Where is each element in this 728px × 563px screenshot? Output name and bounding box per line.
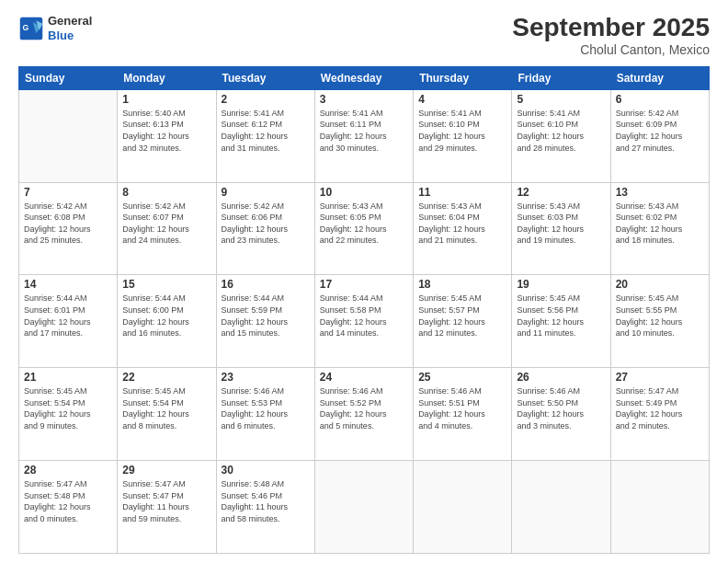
day-number: 24 bbox=[320, 371, 408, 384]
day-info: Sunrise: 5:41 AM Sunset: 6:10 PM Dayligh… bbox=[418, 108, 506, 154]
calendar-week-row: 1Sunrise: 5:40 AM Sunset: 6:13 PM Daylig… bbox=[19, 89, 710, 182]
day-number: 14 bbox=[24, 278, 112, 291]
day-info: Sunrise: 5:44 AM Sunset: 6:01 PM Dayligh… bbox=[24, 293, 112, 339]
table-row: 14Sunrise: 5:44 AM Sunset: 6:01 PM Dayli… bbox=[19, 275, 118, 368]
table-row: 24Sunrise: 5:46 AM Sunset: 5:52 PM Dayli… bbox=[314, 368, 413, 461]
day-info: Sunrise: 5:44 AM Sunset: 5:58 PM Dayligh… bbox=[320, 293, 408, 339]
day-number: 29 bbox=[122, 464, 210, 477]
month-title: September 2025 bbox=[512, 14, 710, 42]
table-row: 6Sunrise: 5:42 AM Sunset: 6:09 PM Daylig… bbox=[610, 89, 709, 182]
col-tuesday: Tuesday bbox=[216, 66, 314, 89]
table-row: 2Sunrise: 5:41 AM Sunset: 6:12 PM Daylig… bbox=[216, 89, 314, 182]
table-row: 12Sunrise: 5:43 AM Sunset: 6:03 PM Dayli… bbox=[512, 182, 610, 275]
day-info: Sunrise: 5:47 AM Sunset: 5:49 PM Dayligh… bbox=[616, 385, 704, 431]
location-subtitle: Cholul Canton, Mexico bbox=[512, 42, 710, 57]
day-number: 21 bbox=[24, 371, 112, 384]
day-info: Sunrise: 5:45 AM Sunset: 5:54 PM Dayligh… bbox=[24, 385, 112, 431]
day-number: 28 bbox=[24, 464, 112, 477]
table-row: 25Sunrise: 5:46 AM Sunset: 5:51 PM Dayli… bbox=[414, 368, 512, 461]
table-row: 11Sunrise: 5:43 AM Sunset: 6:04 PM Dayli… bbox=[414, 182, 512, 275]
table-row: 28Sunrise: 5:47 AM Sunset: 5:48 PM Dayli… bbox=[19, 461, 118, 554]
table-row: 27Sunrise: 5:47 AM Sunset: 5:49 PM Dayli… bbox=[610, 368, 709, 461]
day-info: Sunrise: 5:45 AM Sunset: 5:55 PM Dayligh… bbox=[616, 293, 704, 339]
day-number: 15 bbox=[122, 278, 210, 291]
day-info: Sunrise: 5:42 AM Sunset: 6:08 PM Dayligh… bbox=[24, 201, 112, 247]
day-number: 8 bbox=[122, 186, 210, 199]
col-saturday: Saturday bbox=[610, 66, 709, 89]
day-number: 27 bbox=[616, 371, 704, 384]
table-row: 16Sunrise: 5:44 AM Sunset: 5:59 PM Dayli… bbox=[216, 275, 314, 368]
day-info: Sunrise: 5:45 AM Sunset: 5:54 PM Dayligh… bbox=[122, 385, 210, 431]
table-row: 13Sunrise: 5:43 AM Sunset: 6:02 PM Dayli… bbox=[610, 182, 709, 275]
day-info: Sunrise: 5:46 AM Sunset: 5:53 PM Dayligh… bbox=[222, 385, 310, 431]
day-info: Sunrise: 5:41 AM Sunset: 6:11 PM Dayligh… bbox=[320, 108, 408, 154]
calendar-week-row: 14Sunrise: 5:44 AM Sunset: 6:01 PM Dayli… bbox=[19, 275, 710, 368]
svg-text:G: G bbox=[22, 22, 28, 31]
day-number: 26 bbox=[517, 371, 605, 384]
page-header: G General Blue September 2025 Cholul Can… bbox=[18, 14, 710, 57]
table-row bbox=[610, 461, 709, 554]
calendar-table: Sunday Monday Tuesday Wednesday Thursday… bbox=[18, 66, 710, 554]
day-number: 22 bbox=[122, 371, 210, 384]
table-row: 18Sunrise: 5:45 AM Sunset: 5:57 PM Dayli… bbox=[414, 275, 512, 368]
day-info: Sunrise: 5:42 AM Sunset: 6:09 PM Dayligh… bbox=[616, 108, 704, 154]
table-row: 7Sunrise: 5:42 AM Sunset: 6:08 PM Daylig… bbox=[19, 182, 118, 275]
day-info: Sunrise: 5:47 AM Sunset: 5:47 PM Dayligh… bbox=[122, 478, 210, 524]
logo-icon: G bbox=[18, 16, 44, 41]
table-row: 29Sunrise: 5:47 AM Sunset: 5:47 PM Dayli… bbox=[118, 461, 216, 554]
title-block: September 2025 Cholul Canton, Mexico bbox=[512, 14, 710, 57]
col-sunday: Sunday bbox=[19, 66, 118, 89]
day-number: 25 bbox=[418, 371, 506, 384]
logo-text-blue: Blue bbox=[48, 29, 92, 43]
day-number: 23 bbox=[222, 371, 310, 384]
day-number: 11 bbox=[418, 186, 506, 199]
col-thursday: Thursday bbox=[414, 66, 512, 89]
calendar-week-row: 28Sunrise: 5:47 AM Sunset: 5:48 PM Dayli… bbox=[19, 461, 710, 554]
day-number: 16 bbox=[222, 278, 310, 291]
day-number: 6 bbox=[616, 93, 704, 106]
day-number: 19 bbox=[517, 278, 605, 291]
day-info: Sunrise: 5:46 AM Sunset: 5:51 PM Dayligh… bbox=[418, 385, 506, 431]
day-info: Sunrise: 5:43 AM Sunset: 6:02 PM Dayligh… bbox=[616, 201, 704, 247]
table-row bbox=[414, 461, 512, 554]
day-number: 3 bbox=[320, 93, 408, 106]
table-row: 4Sunrise: 5:41 AM Sunset: 6:10 PM Daylig… bbox=[414, 89, 512, 182]
table-row: 30Sunrise: 5:48 AM Sunset: 5:46 PM Dayli… bbox=[216, 461, 314, 554]
logo-text-general: General bbox=[48, 14, 92, 29]
table-row: 3Sunrise: 5:41 AM Sunset: 6:11 PM Daylig… bbox=[314, 89, 413, 182]
day-info: Sunrise: 5:42 AM Sunset: 6:06 PM Dayligh… bbox=[222, 201, 310, 247]
day-info: Sunrise: 5:47 AM Sunset: 5:48 PM Dayligh… bbox=[24, 478, 112, 524]
day-info: Sunrise: 5:41 AM Sunset: 6:10 PM Dayligh… bbox=[517, 108, 605, 154]
table-row: 5Sunrise: 5:41 AM Sunset: 6:10 PM Daylig… bbox=[512, 89, 610, 182]
day-info: Sunrise: 5:46 AM Sunset: 5:50 PM Dayligh… bbox=[517, 385, 605, 431]
day-number: 20 bbox=[616, 278, 704, 291]
table-row bbox=[512, 461, 610, 554]
day-number: 9 bbox=[222, 186, 310, 199]
day-info: Sunrise: 5:40 AM Sunset: 6:13 PM Dayligh… bbox=[122, 108, 210, 154]
table-row: 15Sunrise: 5:44 AM Sunset: 6:00 PM Dayli… bbox=[118, 275, 216, 368]
day-number: 5 bbox=[517, 93, 605, 106]
table-row bbox=[19, 89, 118, 182]
table-row: 10Sunrise: 5:43 AM Sunset: 6:05 PM Dayli… bbox=[314, 182, 413, 275]
calendar-week-row: 7Sunrise: 5:42 AM Sunset: 6:08 PM Daylig… bbox=[19, 182, 710, 275]
day-info: Sunrise: 5:42 AM Sunset: 6:07 PM Dayligh… bbox=[122, 201, 210, 247]
day-number: 4 bbox=[418, 93, 506, 106]
calendar-header-row: Sunday Monday Tuesday Wednesday Thursday… bbox=[19, 66, 710, 89]
col-wednesday: Wednesday bbox=[314, 66, 413, 89]
table-row: 23Sunrise: 5:46 AM Sunset: 5:53 PM Dayli… bbox=[216, 368, 314, 461]
day-number: 1 bbox=[122, 93, 210, 106]
table-row: 22Sunrise: 5:45 AM Sunset: 5:54 PM Dayli… bbox=[118, 368, 216, 461]
day-number: 13 bbox=[616, 186, 704, 199]
day-info: Sunrise: 5:41 AM Sunset: 6:12 PM Dayligh… bbox=[222, 108, 310, 154]
day-info: Sunrise: 5:46 AM Sunset: 5:52 PM Dayligh… bbox=[320, 385, 408, 431]
table-row: 8Sunrise: 5:42 AM Sunset: 6:07 PM Daylig… bbox=[118, 182, 216, 275]
day-info: Sunrise: 5:45 AM Sunset: 5:57 PM Dayligh… bbox=[418, 293, 506, 339]
day-info: Sunrise: 5:44 AM Sunset: 5:59 PM Dayligh… bbox=[222, 293, 310, 339]
table-row: 1Sunrise: 5:40 AM Sunset: 6:13 PM Daylig… bbox=[118, 89, 216, 182]
table-row: 26Sunrise: 5:46 AM Sunset: 5:50 PM Dayli… bbox=[512, 368, 610, 461]
day-info: Sunrise: 5:48 AM Sunset: 5:46 PM Dayligh… bbox=[222, 478, 310, 524]
table-row: 21Sunrise: 5:45 AM Sunset: 5:54 PM Dayli… bbox=[19, 368, 118, 461]
day-info: Sunrise: 5:45 AM Sunset: 5:56 PM Dayligh… bbox=[517, 293, 605, 339]
day-info: Sunrise: 5:43 AM Sunset: 6:04 PM Dayligh… bbox=[418, 201, 506, 247]
col-friday: Friday bbox=[512, 66, 610, 89]
